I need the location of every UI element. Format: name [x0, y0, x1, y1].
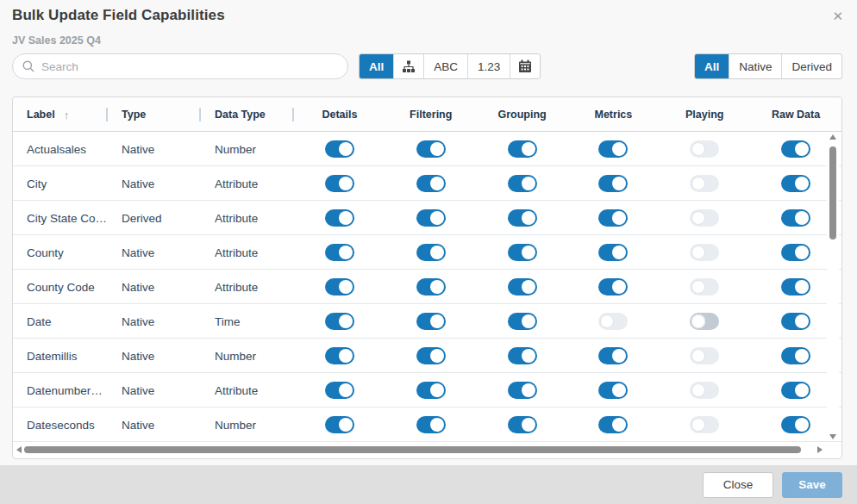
toggle-knob	[795, 280, 809, 294]
toggle-raw-data[interactable]	[781, 140, 810, 158]
field-data-type: Number	[201, 408, 294, 442]
column-header-type[interactable]: Type	[108, 97, 201, 132]
toggle-details[interactable]	[325, 244, 354, 261]
scroll-down-icon[interactable]	[829, 434, 836, 439]
column-header-label[interactable]: Label ↑	[13, 97, 108, 132]
toggle-metrics[interactable]	[598, 347, 628, 364]
toggle-grouping[interactable]	[508, 244, 537, 261]
type-filter-abc[interactable]: ABC	[423, 54, 467, 78]
toggle-filtering[interactable]	[416, 209, 446, 227]
toggle-filtering[interactable]	[416, 347, 446, 364]
calendar-icon[interactable]	[510, 54, 540, 78]
toggle-filtering[interactable]	[416, 244, 446, 261]
toggle-playing[interactable]	[690, 416, 719, 433]
toggle-knob	[795, 349, 809, 363]
scroll-up-icon[interactable]	[829, 134, 836, 140]
column-header-data-type[interactable]: Data Type	[201, 97, 294, 132]
toggle-metrics[interactable]	[598, 313, 628, 330]
toggle-knob	[339, 280, 353, 294]
toggle-grouping[interactable]	[508, 416, 537, 433]
toggle-filtering[interactable]	[416, 175, 446, 192]
hierarchy-icon[interactable]	[393, 54, 423, 78]
table-body: Actualsales Native Number City Native At…	[13, 132, 841, 442]
scroll-left-icon[interactable]	[16, 446, 22, 453]
table-row: County Code Native Attribute	[13, 270, 841, 304]
toggle-playing[interactable]	[690, 140, 719, 158]
toggle-knob	[795, 177, 809, 190]
toggle-metrics[interactable]	[598, 244, 628, 261]
origin-filter-all[interactable]: All	[695, 54, 729, 78]
toggle-metrics[interactable]	[598, 382, 628, 399]
toggle-raw-data[interactable]	[781, 347, 810, 364]
toggle-raw-data[interactable]	[781, 416, 810, 433]
toggle-playing[interactable]	[690, 175, 719, 192]
close-button[interactable]: Close	[703, 472, 773, 498]
app-name: JV Sales 2025 Q4	[12, 34, 101, 47]
toggle-details[interactable]	[325, 175, 354, 192]
toggle-knob	[522, 418, 535, 432]
type-filter-all[interactable]: All	[360, 54, 393, 78]
toggle-knob	[522, 314, 535, 328]
toggle-details[interactable]	[325, 416, 354, 433]
toggle-raw-data[interactable]	[781, 209, 810, 227]
toggle-knob	[430, 177, 444, 190]
vertical-scrollbar[interactable]	[827, 133, 839, 441]
toggle-filtering[interactable]	[416, 382, 446, 399]
toggle-grouping[interactable]	[508, 382, 537, 399]
toggle-details[interactable]	[325, 313, 354, 330]
toggle-metrics[interactable]	[598, 416, 628, 433]
toggle-playing[interactable]	[690, 209, 719, 227]
column-header-playing: Playing	[659, 97, 750, 132]
toggle-details[interactable]	[325, 278, 354, 296]
close-icon[interactable]: ✕	[829, 7, 847, 26]
toggle-metrics[interactable]	[598, 278, 628, 296]
toggle-details[interactable]	[325, 209, 354, 227]
toggle-knob	[339, 246, 353, 259]
toggle-details[interactable]	[325, 347, 354, 364]
toggle-playing[interactable]	[690, 347, 719, 364]
toggle-raw-data[interactable]	[781, 175, 810, 192]
toggle-grouping[interactable]	[508, 278, 537, 296]
toggle-details[interactable]	[325, 382, 354, 399]
field-label: Actualsales	[13, 132, 108, 166]
type-filter-1-23[interactable]: 1.23	[467, 54, 510, 78]
toggle-playing[interactable]	[690, 313, 719, 330]
toggle-metrics[interactable]	[598, 209, 628, 227]
toggle-knob	[430, 211, 444, 225]
toggle-metrics[interactable]	[598, 175, 628, 192]
toggle-playing[interactable]	[690, 382, 719, 399]
horizontal-scrollbar-thumb[interactable]	[24, 446, 801, 453]
toggle-knob	[691, 177, 705, 190]
origin-filter-native[interactable]: Native	[729, 54, 781, 78]
toggle-grouping[interactable]	[508, 175, 537, 192]
toggle-grouping[interactable]	[508, 347, 537, 364]
toggle-grouping[interactable]	[508, 140, 537, 158]
save-button[interactable]: Save	[782, 472, 842, 498]
toggle-metrics[interactable]	[598, 140, 628, 158]
toggle-playing[interactable]	[690, 244, 719, 261]
toggle-knob	[339, 349, 353, 363]
toggle-knob	[612, 280, 626, 294]
toggle-grouping[interactable]	[508, 209, 537, 227]
origin-filter-derived[interactable]: Derived	[781, 54, 841, 78]
toggle-filtering[interactable]	[416, 140, 446, 158]
toggle-filtering[interactable]	[416, 278, 446, 296]
search-input[interactable]	[41, 60, 317, 73]
field-type: Native	[108, 166, 201, 201]
toggle-filtering[interactable]	[416, 416, 446, 433]
toggle-grouping[interactable]	[508, 313, 537, 330]
toggle-filtering[interactable]	[416, 313, 446, 330]
toggle-raw-data[interactable]	[781, 313, 810, 330]
scroll-right-icon[interactable]	[817, 446, 823, 453]
toggle-raw-data[interactable]	[781, 278, 810, 296]
vertical-scrollbar-thumb[interactable]	[829, 146, 836, 240]
toggle-details[interactable]	[325, 140, 354, 158]
toggle-knob	[522, 349, 535, 363]
toggle-knob	[339, 142, 353, 156]
horizontal-scrollbar[interactable]	[15, 443, 824, 457]
toggle-raw-data[interactable]	[781, 382, 810, 399]
bulk-update-dialog: Bulk Update Field Capabilities ✕ JV Sale…	[0, 0, 857, 504]
table-row: County Native Attribute	[13, 235, 841, 270]
toggle-playing[interactable]	[690, 278, 719, 296]
toggle-raw-data[interactable]	[781, 244, 810, 261]
